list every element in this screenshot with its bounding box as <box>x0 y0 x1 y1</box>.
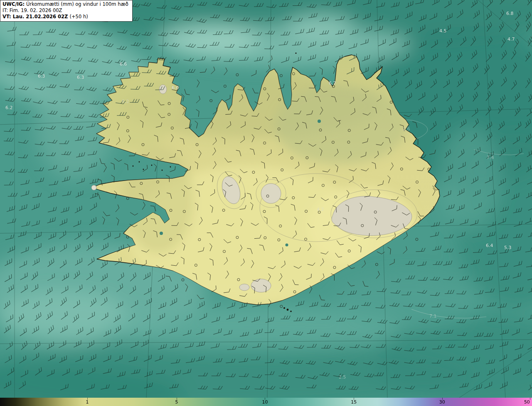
colorbar-tick-label: 30 <box>439 399 445 405</box>
product-title-line: UWC/IG:Úrkomumætti (mm) og vindur i 100m… <box>2 1 128 7</box>
colorbar-tick-label: 50 <box>524 399 530 405</box>
colorbar-tick <box>530 398 530 400</box>
product-title: Úrkomumætti (mm) og vindur i 100m hæð <box>26 1 128 7</box>
colorbar-tick-label: 15 <box>351 399 357 405</box>
title-box: UWC/IG:Úrkomumætti (mm) og vindur i 100m… <box>0 0 133 22</box>
weather-map-frame: 6.84.54.76.66.36.36.06.26.76.22.67.46.45… <box>0 0 532 406</box>
colorbar-tick-label: 10 <box>262 399 268 405</box>
init-time-line: IT: Fim. 19. 02. 2026 00Z <box>2 7 128 14</box>
map-area: 6.84.54.76.66.36.36.06.26.76.22.67.46.45… <box>0 0 532 398</box>
colorbar-tick-label: 5 <box>175 399 178 405</box>
precipitation-wind-map <box>0 0 532 398</box>
valid-time-line: VT: Lau. 21.02.2026 02Z(+50 h) <box>2 14 128 20</box>
product-label: UWC/IG: <box>2 1 25 7</box>
valid-time: VT: Lau. 21.02.2026 02Z <box>2 14 68 20</box>
colorbar-tick-label: 1 <box>86 399 89 405</box>
valid-offset: (+50 h) <box>69 14 88 20</box>
precipitation-colorbar: 1510153050 <box>0 398 532 406</box>
